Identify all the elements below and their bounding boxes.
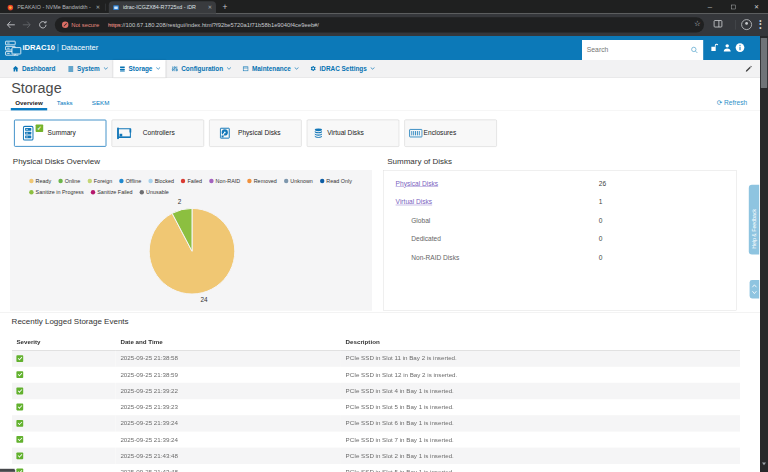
svg-text:2: 2 [178,198,182,205]
svg-text:24: 24 [200,296,208,303]
